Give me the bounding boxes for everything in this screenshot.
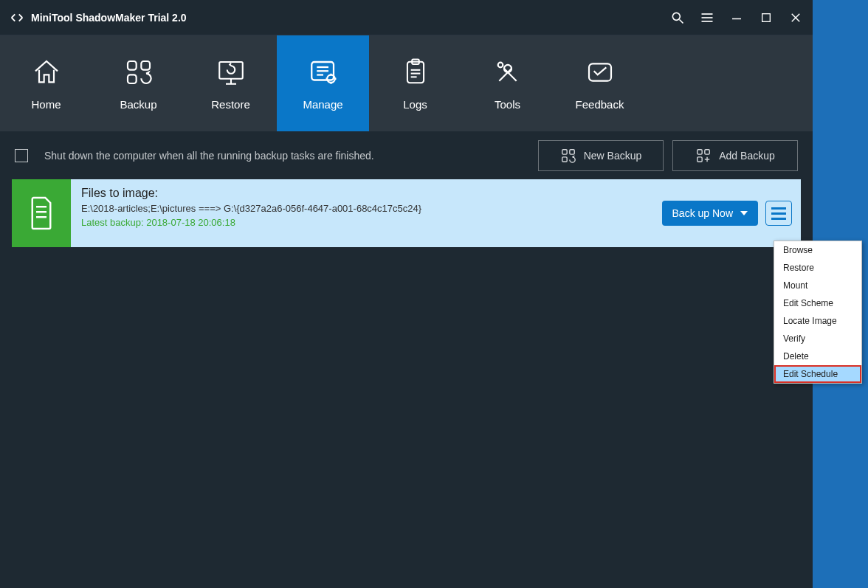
close-icon[interactable] [788,10,804,26]
grid-plus-icon [695,148,712,164]
menu-edit-schedule[interactable]: Edit Schedule [774,365,861,383]
svg-rect-29 [562,156,566,161]
task-body: Files to image: E:\2018-articles;E:\pict… [71,179,662,247]
nav-label: Feedback [576,98,624,111]
backup-icon [123,57,154,88]
manage-icon [308,57,339,88]
nav-label: Tools [495,98,520,111]
menu-restore[interactable]: Restore [774,259,861,277]
app-window: MiniTool ShadowMaker Trial 2.0 [0,0,813,588]
task-title: Files to image: [81,187,652,200]
nav-tools[interactable]: Tools [461,35,554,131]
restore-icon [216,57,247,88]
button-label: Add Backup [719,150,775,162]
app-title: MiniTool ShadowMaker Trial 2.0 [31,12,669,24]
grid-icon [560,148,576,164]
backup-task-card: Files to image: E:\2018-articles;E:\pict… [12,179,801,247]
menu-verify[interactable]: Verify [774,330,861,347]
nav-label: Backup [120,98,156,111]
svg-point-0 [672,13,680,20]
nav-label: Manage [303,98,342,111]
task-path: E:\2018-articles;E:\pictures ===> G:\{d3… [81,203,652,214]
add-backup-button[interactable]: Add Backup [672,140,798,171]
new-backup-button[interactable]: New Backup [538,140,664,171]
navbar: Home Backup Restore Manage Logs [0,35,813,131]
task-status-panel [12,179,71,247]
app-logo-icon [9,10,25,26]
svg-rect-31 [705,149,709,153]
search-icon[interactable] [669,10,686,26]
nav-feedback[interactable]: Feedback [554,35,646,131]
svg-rect-6 [762,13,771,21]
nav-label: Logs [403,98,427,111]
titlebar: MiniTool ShadowMaker Trial 2.0 [0,0,813,35]
document-icon [26,195,57,232]
button-label: Back up Now [672,207,733,219]
task-menu-button[interactable] [765,201,792,226]
menu-browse[interactable]: Browse [774,241,861,259]
minimize-icon[interactable] [728,10,745,26]
nav-restore[interactable]: Restore [185,35,277,131]
menu-delete[interactable]: Delete [774,347,861,365]
window-controls [669,10,804,26]
content-area: Files to image: E:\2018-articles;E:\pict… [0,179,813,247]
svg-rect-28 [570,149,574,153]
svg-rect-27 [562,149,566,153]
backup-now-button[interactable]: Back up Now [662,201,758,226]
task-latest-backup: Latest backup: 2018-07-18 20:06:18 [81,217,652,228]
nav-home[interactable]: Home [0,35,92,131]
svg-rect-32 [698,156,702,161]
shutdown-checkbox[interactable] [15,149,28,162]
shutdown-label: Shut down the computer when all the runn… [44,150,529,162]
nav-logs[interactable]: Logs [369,35,461,131]
feedback-icon [585,57,616,88]
button-label: New Backup [584,150,642,162]
nav-manage[interactable]: Manage [277,35,369,131]
svg-point-25 [497,62,503,67]
maximize-icon[interactable] [758,10,774,26]
svg-rect-12 [219,62,243,79]
menu-icon[interactable] [699,10,715,26]
svg-rect-10 [141,61,150,70]
tools-icon [492,57,523,88]
menu-locate-image[interactable]: Locate Image [774,312,861,330]
svg-rect-11 [128,75,137,83]
menu-mount[interactable]: Mount [774,277,861,294]
menu-edit-scheme[interactable]: Edit Scheme [774,294,861,312]
task-context-menu: Browse Restore Mount Edit Scheme Locate … [774,241,862,384]
nav-label: Restore [211,98,250,111]
svg-rect-20 [407,61,423,83]
nav-backup[interactable]: Backup [92,35,185,131]
home-icon [31,57,62,88]
task-actions: Back up Now [662,179,801,247]
svg-rect-9 [128,61,137,70]
svg-rect-30 [698,149,702,153]
svg-line-1 [680,19,683,23]
logs-icon [400,57,431,88]
chevron-down-icon [740,211,748,215]
toolbar: Shut down the computer when all the runn… [0,131,813,179]
nav-label: Home [31,98,61,111]
